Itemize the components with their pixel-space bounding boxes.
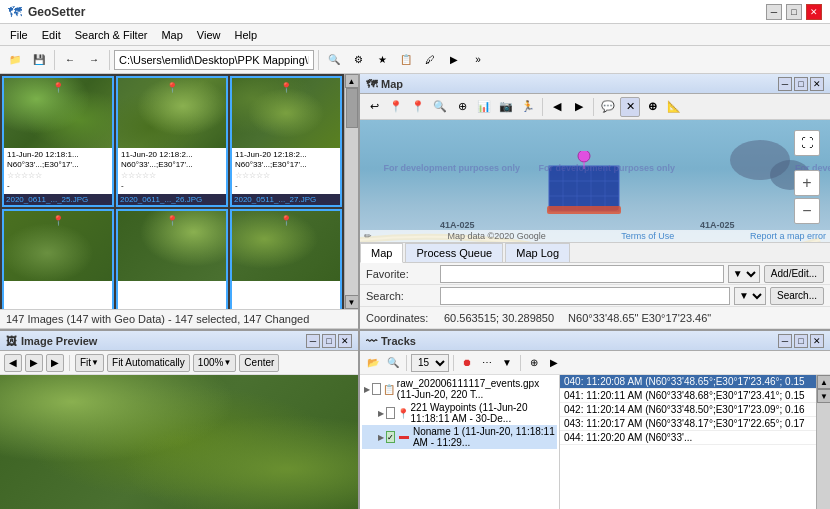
- preview-next-btn[interactable]: ▶: [46, 354, 64, 372]
- path-input[interactable]: [114, 50, 314, 70]
- scroll-thumb[interactable]: [346, 88, 358, 128]
- map-tb-btn-3[interactable]: 📍: [408, 97, 428, 117]
- map-minimize-btn[interactable]: ─: [778, 77, 792, 91]
- map-zoom-in-btn[interactable]: +: [794, 170, 820, 196]
- toolbar-button-3[interactable]: ←: [59, 49, 81, 71]
- map-tb-btn-13[interactable]: ⊕: [642, 97, 662, 117]
- tracks-more-btn[interactable]: ⋯: [478, 354, 496, 372]
- tab-map[interactable]: Map: [360, 243, 403, 263]
- minimize-button[interactable]: ─: [766, 4, 782, 20]
- map-tb-btn-7[interactable]: 📷: [496, 97, 516, 117]
- tree-item-gpx[interactable]: ▶ 📋 raw_202006111117_events.gpx (11-Jun-…: [362, 377, 557, 401]
- close-button[interactable]: ✕: [806, 4, 822, 20]
- menu-view[interactable]: View: [191, 27, 227, 43]
- tree-check-waypoints[interactable]: [386, 407, 395, 419]
- preview-fit-btn[interactable]: Fit ▼: [75, 354, 104, 372]
- tree-check-noname[interactable]: ✓: [386, 431, 395, 443]
- tracks-scroll-up[interactable]: ▲: [817, 375, 830, 389]
- map-zoom-out-btn[interactable]: −: [794, 198, 820, 224]
- preview-maximize-btn[interactable]: □: [322, 334, 336, 348]
- image-cell-4[interactable]: 📍: [2, 209, 114, 309]
- toolbar-button-1[interactable]: 📁: [4, 49, 26, 71]
- toolbar-button-9[interactable]: 🖊: [419, 49, 441, 71]
- map-fullscreen-btn[interactable]: ⛶: [794, 130, 820, 156]
- preview-prev-btn[interactable]: ◀: [4, 354, 22, 372]
- tracks-record-btn[interactable]: ⏺: [458, 354, 476, 372]
- map-tb-btn-4[interactable]: 🔍: [430, 97, 450, 117]
- tracks-open-btn[interactable]: 📂: [364, 354, 382, 372]
- maximize-button[interactable]: □: [786, 4, 802, 20]
- map-tb-btn-2[interactable]: 📍: [386, 97, 406, 117]
- map-tb-btn-8[interactable]: 🏃: [518, 97, 538, 117]
- tree-check-gpx[interactable]: [372, 383, 381, 395]
- tracks-extra-btn2[interactable]: ▶: [545, 354, 563, 372]
- grid-scrollbar[interactable]: ▲ ▼: [344, 74, 358, 309]
- search-input[interactable]: [440, 287, 730, 305]
- tree-item-noname[interactable]: ▶ ✓ Noname 1 (11-Jun-20, 11:18:11 AM - 1…: [362, 425, 557, 449]
- tracks-close-btn[interactable]: ✕: [810, 334, 824, 348]
- map-tb-btn-14[interactable]: 📐: [664, 97, 684, 117]
- menu-map[interactable]: Map: [155, 27, 188, 43]
- preview-minimize-btn[interactable]: ─: [306, 334, 320, 348]
- map-tb-btn-9[interactable]: ◀: [547, 97, 567, 117]
- tracks-extra-btn[interactable]: ⊕: [525, 354, 543, 372]
- image-cell-5[interactable]: 📍: [116, 209, 228, 309]
- menu-search-filter[interactable]: Search & Filter: [69, 27, 154, 43]
- search-button[interactable]: Search...: [770, 287, 824, 305]
- track-data-row-2[interactable]: 042: 11:20:14 AM (N60°33'48.50°;E30°17'2…: [560, 403, 816, 417]
- scroll-track[interactable]: [345, 88, 359, 295]
- map-tb-btn-10[interactable]: ▶: [569, 97, 589, 117]
- tracks-minimize-btn[interactable]: ─: [778, 334, 792, 348]
- favorite-dropdown[interactable]: ▼: [728, 265, 760, 283]
- map-tb-btn-11[interactable]: 💬: [598, 97, 618, 117]
- tracks-maximize-btn[interactable]: □: [794, 334, 808, 348]
- track-data-row-4[interactable]: 044: 11:20:20 AM (N60°33'...: [560, 431, 816, 445]
- tracks-dropdown-btn[interactable]: ▼: [498, 354, 516, 372]
- toolbar-button-11[interactable]: »: [467, 49, 489, 71]
- toolbar-button-10[interactable]: ▶: [443, 49, 465, 71]
- toolbar-button-6[interactable]: ⚙: [347, 49, 369, 71]
- map-report-link[interactable]: Report a map error: [750, 231, 826, 241]
- image-cell-3[interactable]: 📍 11-Jun-20 12:18:2... N60°33'...;E30°17…: [230, 76, 342, 207]
- tab-process-queue[interactable]: Process Queue: [405, 243, 503, 262]
- map-tb-btn-12[interactable]: ✕: [620, 97, 640, 117]
- toolbar-button-5[interactable]: 🔍: [323, 49, 345, 71]
- menu-help[interactable]: Help: [229, 27, 264, 43]
- image-cell-2[interactable]: 📍 11-Jun-20 12:18:2... N60°33'...;E30°17…: [116, 76, 228, 207]
- toolbar-button-8[interactable]: 📋: [395, 49, 417, 71]
- preview-zoom-btn[interactable]: 100% ▼: [193, 354, 237, 372]
- scroll-down-arrow[interactable]: ▼: [345, 295, 359, 309]
- preview-fit-auto-btn[interactable]: Fit Automatically: [107, 354, 190, 372]
- image-cell-6[interactable]: 📍: [230, 209, 342, 309]
- scroll-up-arrow[interactable]: ▲: [345, 74, 359, 88]
- map-content[interactable]: 41A-025 41A-025: [360, 120, 830, 242]
- map-tb-btn-1[interactable]: ↩: [364, 97, 384, 117]
- toolbar-button-7[interactable]: ★: [371, 49, 393, 71]
- preview-close-btn[interactable]: ✕: [338, 334, 352, 348]
- preview-play-btn[interactable]: ▶: [25, 354, 43, 372]
- favorite-input[interactable]: [440, 265, 724, 283]
- tracks-scroll-down[interactable]: ▼: [817, 389, 830, 403]
- tree-item-waypoints[interactable]: ▶ 📍 221 Waypoints (11-Jun-20 11:18:11 AM…: [362, 401, 557, 425]
- menu-edit[interactable]: Edit: [36, 27, 67, 43]
- tab-map-log[interactable]: Map Log: [505, 243, 570, 262]
- track-data-row-0[interactable]: 040: 11:20:08 AM (N60°33'48.65°;E30°17'2…: [560, 375, 816, 389]
- map-terms-link[interactable]: Terms of Use: [621, 231, 674, 241]
- tracks-num-select[interactable]: 15: [411, 354, 449, 372]
- track-data-row-3[interactable]: 043: 11:20:17 AM (N60°33'48.17°;E30°17'2…: [560, 417, 816, 431]
- map-edit-pencil-icon[interactable]: ✏: [364, 231, 372, 241]
- tracks-scrollbar[interactable]: ▲ ▼: [816, 375, 830, 509]
- image-cell-1[interactable]: 📍 11-Jun-20 12:18:1... N60°33'...;E30°17…: [2, 76, 114, 207]
- tracks-search-btn[interactable]: 🔍: [384, 354, 402, 372]
- track-data-row-1[interactable]: 041: 11:20:11 AM (N60°33'48.68°;E30°17'2…: [560, 389, 816, 403]
- toolbar-button-4[interactable]: →: [83, 49, 105, 71]
- map-tb-btn-5[interactable]: ⊕: [452, 97, 472, 117]
- preview-center-btn[interactable]: Center: [239, 354, 279, 372]
- map-close-btn[interactable]: ✕: [810, 77, 824, 91]
- menu-file[interactable]: File: [4, 27, 34, 43]
- map-maximize-btn[interactable]: □: [794, 77, 808, 91]
- add-edit-button[interactable]: Add/Edit...: [764, 265, 824, 283]
- map-tb-btn-6[interactable]: 📊: [474, 97, 494, 117]
- search-dropdown[interactable]: ▼: [734, 287, 766, 305]
- toolbar-button-2[interactable]: 💾: [28, 49, 50, 71]
